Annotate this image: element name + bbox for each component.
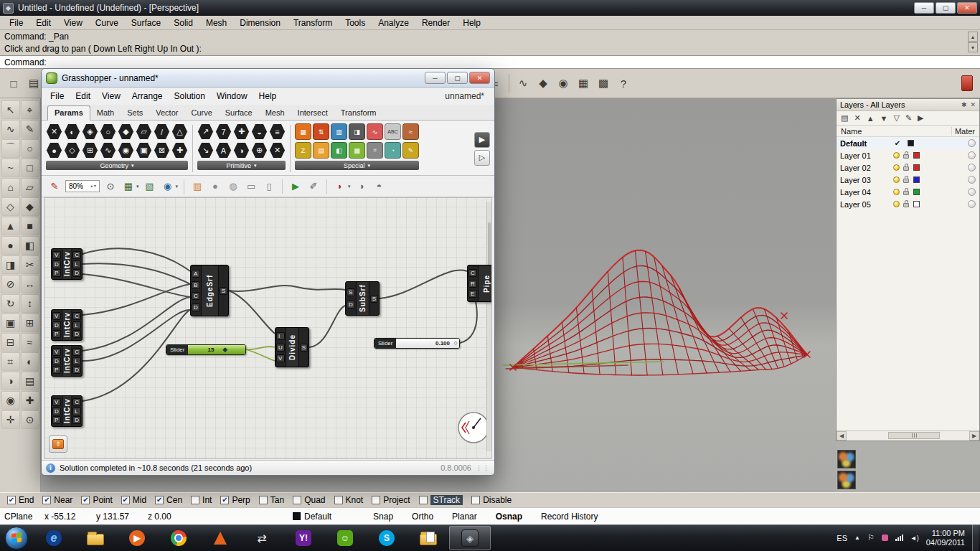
param-x-icon[interactable]: ✕ xyxy=(46,123,62,140)
layers-scroll-left-icon[interactable]: ◀ xyxy=(837,431,847,441)
prim-number-icon[interactable]: 7 xyxy=(215,123,232,140)
grid-snap-icon[interactable]: ⌗ xyxy=(1,352,20,371)
gh-output-c[interactable]: C xyxy=(72,251,81,259)
ghosted-tool-icon[interactable]: ◑ xyxy=(1,372,20,390)
gh-input-v[interactable]: V xyxy=(52,251,61,259)
material-preview-thumbnail[interactable] xyxy=(837,471,856,489)
param-group-icon[interactable]: △ xyxy=(171,123,188,140)
gh-input-p[interactable]: P xyxy=(52,416,61,424)
osnap-end-checkbox[interactable]: ✔ xyxy=(7,496,16,504)
prim-boolean-icon[interactable]: ↗ xyxy=(197,123,214,140)
messenger-tray-icon[interactable] xyxy=(882,534,888,541)
hidden-icons-icon[interactable]: ▲ xyxy=(854,534,860,541)
gh-output-c[interactable]: C xyxy=(72,398,81,406)
gh-card-display-icon[interactable]: ▭ xyxy=(244,179,258,194)
palette-scroll-right-icon[interactable]: ▶ xyxy=(474,132,490,148)
gh-node-intcrv[interactable]: VDPIntCrvCLD xyxy=(51,345,83,377)
gh-output-c[interactable]: C xyxy=(72,312,81,320)
gh-tab-curve[interactable]: Curve xyxy=(184,106,218,120)
osnap-disable-checkbox[interactable] xyxy=(471,496,480,504)
gh-input-d[interactable]: D xyxy=(52,260,61,268)
param-point-icon[interactable]: ● xyxy=(46,142,62,159)
osnap-cen-checkbox[interactable]: ✔ xyxy=(155,496,164,504)
gh-output-l[interactable]: L xyxy=(72,408,81,415)
taskbar-clock[interactable]: 11:00 PM 04/09/2011 xyxy=(926,529,965,547)
gh-sketch-icon[interactable]: ✎ xyxy=(47,179,62,194)
show-desktop-button[interactable] xyxy=(972,524,979,551)
slider-track[interactable]: 15◆ xyxy=(188,345,245,354)
gh-input-c[interactable]: C xyxy=(192,292,200,300)
gh-node-divide[interactable]: IUVDivideS xyxy=(275,327,309,367)
render-tool-icon[interactable]: ◉ xyxy=(1,391,20,410)
gh-input-d[interactable]: D xyxy=(52,321,61,329)
gh-solver-play-icon[interactable]: ▶ xyxy=(288,179,303,194)
menu-mesh[interactable]: Mesh xyxy=(199,17,233,29)
prim-matrix-icon[interactable]: ◒ xyxy=(251,123,268,140)
palette-overflow-icon[interactable]: ▷ xyxy=(474,150,490,166)
gh-input-d[interactable]: D xyxy=(192,303,200,311)
gh-output-l[interactable]: L xyxy=(72,321,81,329)
filter-layers-icon[interactable]: ▽ xyxy=(893,113,899,123)
param-plane-icon[interactable]: ▱ xyxy=(136,123,152,140)
special-value-list-icon[interactable]: ⇅ xyxy=(313,123,329,140)
array-tool-icon[interactable]: ⊞ xyxy=(21,314,39,332)
material-preview-thumbnail[interactable] xyxy=(837,450,856,468)
vlc-icon[interactable] xyxy=(199,526,241,550)
layer-lock-icon[interactable] xyxy=(903,151,910,159)
gh-navigate-map-icon[interactable]: ▧ xyxy=(143,179,157,194)
gh-menu-solution[interactable]: Solution xyxy=(169,89,211,103)
point-tool-icon[interactable]: ⌖ xyxy=(21,100,39,119)
documents-folder-icon[interactable] xyxy=(407,526,449,550)
rhino-taskbar-icon[interactable]: ◈ xyxy=(449,526,491,550)
osnap-tan-checkbox[interactable] xyxy=(259,496,268,504)
yahoo-messenger-icon[interactable]: Y! xyxy=(283,526,324,550)
layer-visibility-icon[interactable] xyxy=(893,201,900,207)
gh-menu-edit[interactable]: Edit xyxy=(70,89,96,103)
osnap-strack-checkbox[interactable] xyxy=(419,496,428,504)
analyze-tool-icon[interactable]: ⊙ xyxy=(21,410,39,429)
start-button[interactable] xyxy=(0,524,33,551)
special-cluster-icon[interactable]: ✎ xyxy=(402,142,419,159)
param-box-icon[interactable]: ◈ xyxy=(82,123,98,140)
palette-group-label[interactable]: Geometry xyxy=(46,161,188,170)
slider-handle[interactable]: ○ xyxy=(454,339,458,347)
prim-colour-icon[interactable]: ✚ xyxy=(233,123,250,140)
gh-input-d[interactable]: D xyxy=(52,357,61,365)
rotate-tool-icon[interactable]: ↻ xyxy=(1,294,20,313)
prim-data-icon[interactable]: ✕ xyxy=(269,142,286,159)
param-circle-icon[interactable]: ○ xyxy=(100,123,116,140)
select-tool-icon[interactable]: ↖ xyxy=(1,100,20,119)
palette-group-label[interactable]: Special xyxy=(295,161,419,170)
layer-row[interactable]: Layer 02 xyxy=(837,161,979,174)
gh-preview-eye-icon-dropdown[interactable]: ▾ xyxy=(176,184,179,189)
prim-path-icon[interactable]: ⊕ xyxy=(251,142,268,159)
layer-color-swatch[interactable] xyxy=(913,164,920,171)
param-surface-icon[interactable]: ◆ xyxy=(118,123,134,140)
status-pane-osnap[interactable]: Osnap xyxy=(496,512,522,522)
gh-sphere-display-icon[interactable]: ● xyxy=(208,179,222,194)
layers-scroll-thumb[interactable] xyxy=(888,432,940,439)
layer-visibility-icon[interactable] xyxy=(893,164,900,171)
gh-tab-transform[interactable]: Transform xyxy=(334,106,383,120)
special-knob-icon[interactable]: ◧ xyxy=(331,142,347,159)
gh-output-d[interactable]: D xyxy=(72,416,81,424)
move-layer-up-icon[interactable]: ▲ xyxy=(867,114,875,123)
menu-file[interactable]: File xyxy=(3,17,29,29)
gh-card2-display-icon[interactable]: ▯ xyxy=(262,179,276,194)
dimension-tool-icon[interactable]: ✚ xyxy=(21,391,39,410)
menu-solid[interactable]: Solid xyxy=(167,17,199,29)
gh-input-d[interactable]: D xyxy=(52,408,61,415)
layer-material-swatch[interactable] xyxy=(968,200,976,208)
cplane-button[interactable]: CPlane xyxy=(0,512,40,522)
gh-output-s[interactable]: S xyxy=(300,344,308,352)
gh-menu-window[interactable]: Window xyxy=(211,89,253,103)
minimize-button[interactable]: ─ xyxy=(914,2,934,14)
menu-surface[interactable]: Surface xyxy=(125,17,167,29)
layer-row[interactable]: Layer 04 xyxy=(837,186,979,198)
gh-disc-display-icon[interactable]: ◍ xyxy=(226,179,240,194)
curve-tools-icon[interactable]: ∿ xyxy=(514,74,532,93)
special-button-icon[interactable]: ◨ xyxy=(349,123,365,140)
layer-lock-icon[interactable] xyxy=(903,200,910,208)
layers-scroll-right-icon[interactable]: ▶ xyxy=(969,431,979,441)
gh-output-l[interactable]: L xyxy=(72,357,81,365)
